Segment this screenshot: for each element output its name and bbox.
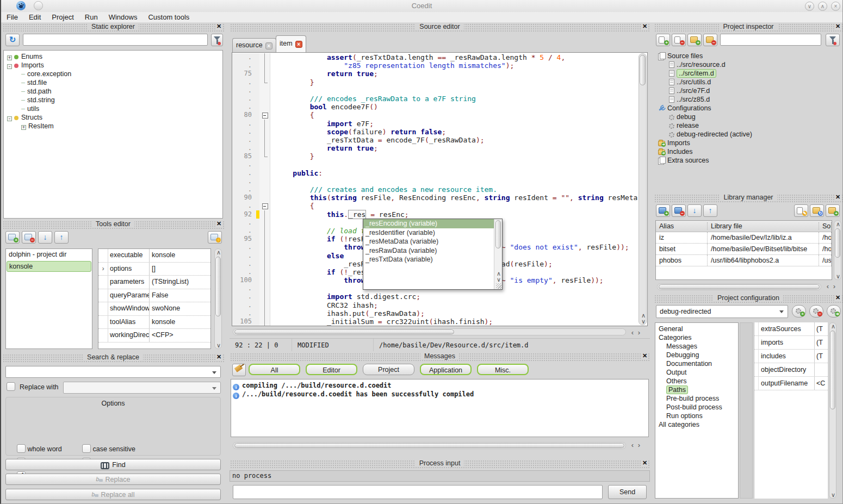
fold-margin[interactable] xyxy=(259,169,270,177)
whole-word-checkbox[interactable] xyxy=(17,444,26,453)
tree-item-std-path[interactable]: –std.path xyxy=(6,87,222,96)
search-replace-close-icon[interactable]: ✕ xyxy=(215,353,222,360)
library-hscrollbar[interactable] xyxy=(657,283,821,290)
remove-configuration-button[interactable]: − xyxy=(809,305,823,318)
tool-list-item[interactable]: dolphin - project dir xyxy=(7,250,91,260)
clear-messages-button[interactable] xyxy=(232,364,246,376)
source-editor-close-icon[interactable]: ✕ xyxy=(641,23,648,30)
project-configuration-close-icon[interactable]: ✕ xyxy=(834,294,841,301)
completion-scrollbar[interactable]: ∧∨ xyxy=(494,219,502,289)
completion-popup[interactable]: ∧∨ _resEncoding (variable)_resIdentifier… xyxy=(363,219,503,290)
project-tree-item--src-resource-d[interactable]: ../src/resource.d xyxy=(657,60,842,69)
config-category-pre-build-process[interactable]: Pre-build process xyxy=(658,394,738,403)
config-splitter[interactable] xyxy=(740,322,753,499)
fold-margin[interactable] xyxy=(259,136,270,144)
expand-plus-icon[interactable]: + xyxy=(7,55,12,60)
project-tree-item--src-e7f-d[interactable]: ../src/e7F.d xyxy=(657,86,842,95)
move-tool-up-button[interactable]: ↑ xyxy=(54,231,69,244)
case-sensitive-checkbox[interactable] xyxy=(82,444,91,453)
library-hscroll-left-icon[interactable]: ‹ xyxy=(827,284,829,289)
config-grid-scrollbar[interactable]: ∧∨ xyxy=(829,322,836,499)
tree-item-resitem[interactable]: +ResItem xyxy=(6,122,222,130)
config-property-row[interactable]: objectDirectory xyxy=(754,363,828,377)
config-category-output[interactable]: Output xyxy=(658,368,738,377)
config-property-row[interactable]: extraSources(T xyxy=(754,322,828,336)
library-down-button[interactable]: ↓ xyxy=(687,204,702,217)
tools-editor-close-icon[interactable]: ✕ xyxy=(215,220,222,227)
project-tree-item-imports[interactable]: ➜Imports xyxy=(657,139,842,147)
fold-margin[interactable] xyxy=(259,243,270,251)
send-button[interactable]: Send xyxy=(608,485,647,499)
config-property-row[interactable]: imports(T xyxy=(754,336,828,350)
message-row[interactable]: icompiling /.../build/resource.d.coedit xyxy=(231,381,648,390)
property-value[interactable]: swoNone xyxy=(150,302,210,315)
menu-file[interactable]: File xyxy=(1,12,23,23)
editor-hscrollbar[interactable] xyxy=(233,328,626,335)
hscroll-left-icon[interactable]: ‹ xyxy=(631,330,634,335)
tree-item-imports[interactable]: -Imports xyxy=(6,61,222,70)
fold-margin[interactable] xyxy=(259,177,270,185)
config-category-all-categories[interactable]: All categories xyxy=(658,420,738,429)
hscroll-right-icon[interactable]: › xyxy=(638,330,640,335)
collapse-minus-icon[interactable]: - xyxy=(7,116,12,121)
fold-margin[interactable] xyxy=(259,111,270,119)
property-value[interactable]: (TStringList) xyxy=(150,276,210,289)
fold-margin[interactable] xyxy=(259,260,270,268)
config-category-others[interactable]: Others xyxy=(658,377,738,385)
completion-item[interactable]: _resTxtData (variable) xyxy=(363,255,494,264)
fold-margin[interactable] xyxy=(259,202,270,210)
fold-margin[interactable] xyxy=(259,227,270,235)
inspector-filter-input[interactable] xyxy=(720,34,821,46)
config-category-documentation[interactable]: Documentation xyxy=(658,359,738,368)
menu-custom-tools[interactable]: Custom tools xyxy=(142,12,195,23)
add-configuration-button[interactable]: + xyxy=(792,305,806,318)
fold-margin[interactable] xyxy=(259,318,270,326)
static-explorer-close-icon[interactable]: ✕ xyxy=(215,23,222,30)
config-category-general[interactable]: General xyxy=(658,325,738,333)
tool-property-row[interactable]: parameters(TStringList) xyxy=(98,276,210,289)
project-tree-item-source-files[interactable]: Source files xyxy=(657,52,842,60)
messages-hscrollbar[interactable] xyxy=(233,442,626,449)
replace-with-combo[interactable] xyxy=(63,382,221,394)
fold-margin[interactable] xyxy=(259,120,270,128)
project-tree-item-configurations[interactable]: Configurations xyxy=(657,104,842,113)
tools-grid-scrollbar[interactable]: ∧∨ xyxy=(214,248,222,349)
close-window-button[interactable]: × xyxy=(831,2,840,11)
config-category-debugging[interactable]: Debugging xyxy=(658,351,738,359)
menu-project[interactable]: Project xyxy=(46,12,79,23)
tool-property-row[interactable]: workingDirectory<CFP> xyxy=(98,329,210,343)
column-header-sources[interactable]: Sources xyxy=(819,222,832,230)
fold-margin[interactable] xyxy=(259,160,270,169)
editor-box[interactable]: . assert(_resTxtData.length == _resRawDa… xyxy=(232,52,648,326)
fold-margin[interactable] xyxy=(259,219,270,227)
tree-item-structs[interactable]: -Structs xyxy=(6,113,222,122)
library-from-project-button[interactable]: ↻ xyxy=(810,204,824,217)
library-up-button[interactable]: ↑ xyxy=(703,204,717,217)
tab-close-icon[interactable]: × xyxy=(295,41,302,48)
project-tree-item-debug[interactable]: debug xyxy=(657,113,842,121)
library-row[interactable]: iz/home/basile/Dev/Iz/lib/iz.a/ho xyxy=(656,232,832,244)
fold-margin[interactable] xyxy=(259,144,270,152)
inspector-filter-button[interactable] xyxy=(826,34,840,46)
search-term-combo[interactable] xyxy=(5,366,221,378)
tab-close-icon[interactable]: × xyxy=(265,42,272,49)
filter-project-button[interactable]: Project xyxy=(363,364,414,375)
filter-editor-button[interactable]: Editor xyxy=(306,364,357,375)
library-manager-close-icon[interactable]: ✕ xyxy=(834,194,841,201)
fold-margin[interactable] xyxy=(259,86,270,95)
project-tree-item-extra-sources[interactable]: Extra sources xyxy=(657,156,842,165)
process-input-close-icon[interactable]: ✕ xyxy=(641,459,648,466)
config-category-messages[interactable]: Messages xyxy=(658,342,738,351)
config-property-value[interactable]: (T xyxy=(814,336,828,349)
menu-edit[interactable]: Edit xyxy=(23,12,46,23)
tree-item-utils[interactable]: –utils xyxy=(6,104,222,113)
library-vscrollbar[interactable]: ∧∨ xyxy=(834,220,841,280)
fold-margin[interactable] xyxy=(259,128,270,136)
tab-item[interactable]: item× xyxy=(276,35,306,52)
fold-margin[interactable] xyxy=(259,95,270,103)
property-value[interactable]: <CFP> xyxy=(150,329,210,342)
replace-with-checkbox[interactable] xyxy=(7,382,15,391)
completion-item[interactable]: _resMetaData (variable) xyxy=(363,237,494,246)
fold-margin[interactable] xyxy=(259,301,270,309)
fold-margin[interactable] xyxy=(259,185,270,194)
